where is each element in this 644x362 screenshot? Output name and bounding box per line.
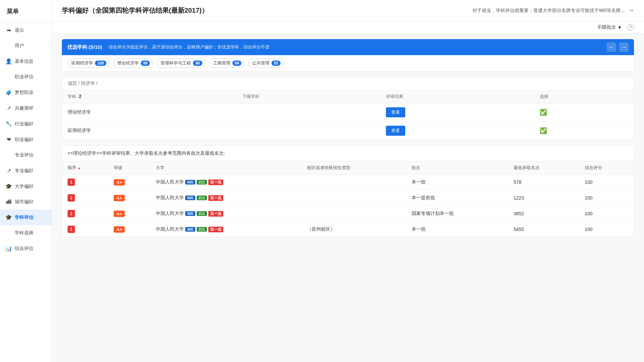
sidebar-item-dream-career[interactable]: 🧳 梦想职业	[0, 85, 51, 100]
sub-subject-0	[237, 103, 381, 122]
univ-name-3: 中国人民大学	[156, 226, 184, 232]
sidebar-item-subject-select[interactable]: 学科选择	[0, 225, 51, 241]
result-total-score-2: 100	[579, 206, 634, 222]
result-total-score-0: 100	[579, 174, 634, 190]
checkbox-checked-0[interactable]: ✅	[540, 109, 547, 116]
sidebar-item-user[interactable]: 用户	[0, 38, 51, 53]
result-univ-1: 中国人民大学985211双一流	[150, 190, 302, 206]
col-min-rank: 最低录取名次	[508, 161, 579, 174]
result-total-score-3: 100	[579, 222, 634, 237]
rank-badge-0: 1	[68, 178, 75, 186]
batch-selector[interactable]: 不限批次 ▼	[597, 24, 622, 30]
header-arrow-icon[interactable]: →	[628, 7, 634, 14]
banner-prev-button[interactable]: ←	[607, 42, 616, 52]
breadcrumb-economics[interactable]: 经济学	[81, 81, 95, 86]
result-grade-1: A+	[108, 190, 150, 206]
help-icon[interactable]: ?	[627, 24, 634, 31]
univ-name-0: 中国人民大学	[156, 179, 184, 185]
result-grade-3: A+	[108, 222, 150, 237]
result-campus-1	[302, 190, 406, 206]
result-campus-0	[302, 174, 406, 190]
sidebar-item-label: 退出	[15, 27, 24, 33]
sidebar-item-label: 专业偏好	[15, 168, 33, 174]
tag-shuangyiliu: 双一流	[208, 195, 223, 201]
sidebar-item-interest-test[interactable]: ↗ 兴趣测评	[0, 100, 51, 116]
content-area: 优选学科:(5/10) 综合评分为指定评分，高于原综合评分，反映用户偏好；非优选…	[52, 34, 644, 362]
sidebar-item-industry-pref[interactable]: 🔧 行业偏好	[0, 116, 51, 132]
result-min-rank-3: 5455	[508, 222, 579, 237]
tag-score-2: 96	[193, 61, 202, 66]
sidebar-item-subject-eval[interactable]: 🎓 学科评估	[0, 210, 51, 225]
sidebar-item-label: 基本信息	[15, 58, 33, 65]
result-table-container: 顺序 ▲ 等级 大学 校区或者特殊招生类型 批次 最低录取名次 综合评分	[62, 161, 634, 237]
subject-tag-3[interactable]: 工商管理 94	[209, 58, 244, 68]
breadcrumb-sep: /	[78, 81, 80, 86]
bar-chart-icon: 📊	[5, 245, 12, 252]
tag-score-3: 94	[232, 61, 241, 66]
batch-dropdown-icon: ▼	[617, 25, 622, 30]
result-min-rank-1: 1223	[508, 190, 579, 206]
tag-score-0: 100	[95, 61, 106, 66]
subject-tag-4[interactable]: 公共管理 92	[248, 58, 284, 68]
tag-shuangyiliu: 双一流	[208, 179, 223, 185]
col-campus-type: 校区或者特殊招生类型	[302, 161, 406, 174]
result-univ-2: 中国人民大学985211双一流	[150, 206, 302, 222]
col-total-score: 综合评分	[579, 161, 634, 174]
result-table-row: 1 A+ 中国人民大学985211双一流 国家专项计划本一批 3852 100	[62, 206, 634, 222]
subject-table: 学科 2 下级学科 评审结果 选择 理论经济学	[62, 90, 634, 140]
major-chart-icon: ↗	[5, 167, 12, 174]
view-button-1[interactable]: 查看	[386, 126, 405, 136]
result-campus-2	[302, 206, 406, 222]
sidebar-item-label: 城市偏好	[15, 199, 33, 205]
breadcrumb-top[interactable]: 顶层	[68, 81, 77, 86]
view-button-0[interactable]: 查看	[386, 107, 405, 117]
subject-table-card: 顶层 / 经济学 / 学科 2 下级学科 评审结果	[62, 77, 634, 140]
subject-tag-2[interactable]: 管理科学与工程 96	[157, 58, 205, 68]
result-min-rank-2: 3852	[508, 206, 579, 222]
sidebar-item-major-pref[interactable]: ↗ 专业偏好	[0, 163, 51, 178]
tag-985: 985	[185, 180, 195, 185]
sidebar-item-label: 专业评估	[15, 152, 33, 158]
heart-icon: ❤	[5, 136, 12, 143]
sidebar-item-basic-info[interactable]: 👤 基本信息	[0, 53, 51, 69]
page-header: 学科偏好（全国第四轮学科评估结果(最新2017)） 对于就业，学科评估很重要；普…	[52, 0, 644, 21]
table-row: 理论经济学 查看 ✅	[62, 103, 634, 122]
subject-tag-1[interactable]: 理论经济学 98	[113, 58, 153, 68]
result-order-0: 1	[62, 174, 108, 190]
sidebar-item-label: 行业偏好	[15, 121, 33, 127]
sidebar-item-overall-eval[interactable]: 📊 综合评估	[0, 241, 51, 256]
sidebar-item-univ-pref[interactable]: 🎓 大学偏好	[0, 178, 51, 194]
tag-label-4: 公共管理	[252, 60, 270, 66]
briefcase-icon: 🧳	[5, 89, 12, 96]
building-icon: 🏙	[5, 199, 12, 205]
col-eval-result: 评审结果	[381, 90, 535, 103]
sidebar-item-label: 梦想职业	[15, 90, 33, 96]
sidebar-item-major-eval[interactable]: 专业评估	[0, 147, 51, 163]
sidebar-item-career-eval[interactable]: 职业评估	[0, 69, 51, 85]
sidebar-item-logout[interactable]: ➡ 退出	[0, 22, 51, 38]
sidebar-title: 菜单	[0, 0, 51, 22]
col-subject: 学科 2	[62, 90, 237, 103]
tag-label-1: 理论经济学	[117, 60, 139, 66]
sidebar-item-city-pref[interactable]: 🏙 城市偏好	[0, 194, 51, 210]
sidebar-item-career-pref[interactable]: ❤ 职业偏好	[0, 132, 51, 147]
checkbox-checked-1[interactable]: ✅	[540, 127, 547, 134]
tag-score-1: 98	[141, 61, 150, 66]
sort-icon: ▲	[78, 166, 81, 170]
page-title: 学科偏好（全国第四轮学科评估结果(最新2017)）	[62, 6, 208, 15]
sub-header: 不限批次 ▼ ?	[52, 21, 644, 34]
result-order-3: 1	[62, 222, 108, 237]
tag-shuangyiliu: 双一流	[208, 227, 223, 232]
sidebar-item-label: 职业评估	[15, 74, 33, 80]
result-batch-1: 本一提前批	[406, 190, 508, 206]
sidebar-item-label: 学科评估	[15, 215, 33, 221]
grade-badge-2: A+	[114, 211, 125, 217]
header-right: 对于就业，学科评估很重要；普通大学部分名牌专业可能优于985等名牌... →	[472, 7, 634, 14]
banner-next-button[interactable]: →	[619, 42, 629, 52]
result-batch-3: 本一批	[406, 222, 508, 237]
col-sub-subject: 下级学科	[237, 90, 381, 103]
subject-tag-0[interactable]: 应用经济学 100	[68, 58, 109, 68]
subject-name-0: 理论经济学	[62, 103, 237, 122]
subject-icon: 🎓	[5, 214, 12, 221]
tag-985: 985	[185, 227, 195, 232]
